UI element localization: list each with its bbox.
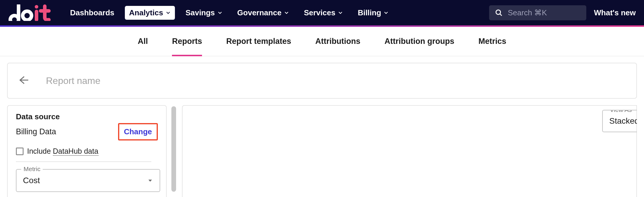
metric-legend: Metric: [21, 165, 43, 173]
back-button[interactable]: [18, 74, 29, 87]
nav-savings[interactable]: Savings: [181, 6, 227, 20]
side-panel: Data source Billing Data Change Include …: [7, 105, 167, 197]
whats-new-link[interactable]: What's new: [594, 8, 636, 17]
tab-reports[interactable]: Reports: [172, 27, 202, 56]
chevron-down-icon: [165, 10, 171, 15]
nav-label: Services: [304, 8, 335, 17]
metric-value: Cost: [23, 176, 40, 185]
view-as-legend: View As: [607, 110, 634, 113]
nav-analytics[interactable]: Analytics: [125, 6, 175, 20]
search-box[interactable]: [489, 5, 586, 20]
caret-down-icon: [147, 178, 153, 183]
logo[interactable]: [8, 4, 55, 21]
nav-label: Dashboards: [70, 8, 114, 17]
view-as-select[interactable]: View As Stacked: [602, 110, 637, 132]
include-datahub-label-prefix: Include: [27, 147, 53, 155]
svg-point-0: [23, 11, 32, 20]
report-canvas: View As Stacked: [182, 105, 637, 197]
side-panel-scrollbar[interactable]: [171, 106, 176, 192]
nav-services[interactable]: Services: [300, 6, 347, 20]
divider: [16, 161, 151, 162]
report-name-row: [7, 63, 637, 99]
nav-label: Analytics: [129, 8, 163, 17]
tab-attributions[interactable]: Attributions: [315, 27, 360, 56]
tab-report-templates[interactable]: Report templates: [226, 27, 291, 56]
include-datahub-checkbox[interactable]: [16, 148, 24, 155]
report-name-input[interactable]: [46, 75, 223, 86]
nav-label: Governance: [237, 8, 282, 17]
data-source-value: Billing Data: [16, 127, 56, 136]
nav-billing[interactable]: Billing: [354, 6, 393, 20]
nav-label: Billing: [358, 8, 381, 17]
top-nav: Dashboards Analytics Savings Governance …: [0, 0, 644, 27]
chevron-down-icon: [383, 10, 389, 15]
chevron-down-icon: [217, 10, 223, 15]
search-icon: [495, 8, 503, 17]
chevron-down-icon: [284, 10, 289, 15]
nav-dashboards[interactable]: Dashboards: [66, 6, 118, 20]
content: Data source Billing Data Change Include …: [0, 56, 644, 197]
change-data-source-button[interactable]: Change: [118, 123, 158, 140]
tab-all[interactable]: All: [138, 27, 148, 56]
nav-items: Dashboards Analytics Savings Governance …: [66, 6, 393, 20]
lower-pane: Data source Billing Data Change Include …: [7, 105, 637, 197]
data-source-title: Data source: [16, 112, 158, 121]
side-panel-wrap: Data source Billing Data Change Include …: [7, 105, 176, 197]
analytics-subtabs: All Reports Report templates Attribution…: [0, 27, 644, 56]
nav-governance[interactable]: Governance: [233, 6, 293, 20]
include-datahub-label: Include DataHub data: [27, 147, 98, 155]
search-input[interactable]: [508, 8, 581, 17]
view-as-value: Stacked: [609, 116, 637, 126]
chevron-down-icon: [338, 10, 343, 15]
include-datahub-row: Include DataHub data: [16, 147, 158, 155]
svg-point-5: [496, 10, 500, 14]
metric-select[interactable]: Metric Cost: [16, 169, 160, 192]
arrow-left-icon: [18, 74, 29, 86]
svg-point-2: [35, 5, 38, 9]
nav-label: Savings: [186, 8, 215, 17]
tab-attribution-groups[interactable]: Attribution groups: [385, 27, 454, 56]
include-datahub-label-underlined: DataHub data: [53, 147, 98, 156]
tab-metrics[interactable]: Metrics: [479, 27, 506, 56]
